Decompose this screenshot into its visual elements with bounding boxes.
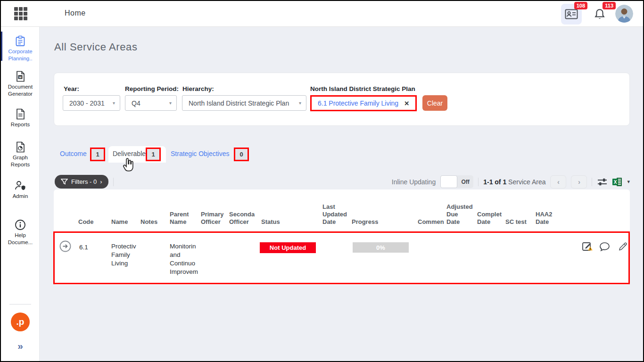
word-document-icon: w	[16, 71, 25, 82]
speech-bubble-icon	[599, 241, 611, 253]
reporting-period-select[interactable]: Q4 ▾	[125, 95, 177, 111]
cell-parent-name: Monitorin and Continuo Improvem	[170, 242, 198, 276]
col-adjusted-due-date: AdjustedDueDate	[446, 203, 473, 226]
contact-card-icon	[565, 9, 578, 19]
year-label: Year:	[64, 85, 79, 92]
col-completed-date: CompletDate	[477, 211, 503, 226]
year-select[interactable]: 2030 - 2031 ▾	[63, 95, 120, 111]
toggle-knob	[440, 175, 457, 188]
messages-count-badge: 108	[574, 2, 587, 9]
col-haa2-date: HAA2Date	[536, 211, 552, 226]
pagination-range: 1-1 of 1 Service Area	[483, 178, 545, 186]
tab-strategic-objectives-count: 0	[234, 148, 249, 161]
inline-updating-toggle[interactable]: Off	[440, 175, 473, 188]
svg-text:w: w	[18, 75, 22, 79]
column-settings-icon[interactable]	[597, 177, 608, 187]
hierarchy-select[interactable]: North Island District Strategic Plan ▾	[182, 95, 306, 111]
main-content: All Service Areas Year: Reporting Period…	[40, 27, 644, 362]
tab-deliverable[interactable]: Deliverable	[113, 150, 146, 157]
bell-icon	[594, 8, 605, 21]
info-icon	[15, 219, 26, 230]
sidebar-expand-button[interactable]: »	[1, 340, 40, 352]
table-row[interactable]: 6.1 Protectiv Family Living Monitorin an…	[54, 232, 630, 284]
sidebar-item-document-generator[interactable]: w Document Generator	[1, 71, 40, 98]
table-header: Code Name Notes ParentName PrimaryOffice…	[54, 189, 630, 232]
toolbar-divider	[592, 178, 592, 186]
col-parent-name: ParentName	[170, 211, 189, 226]
arrow-right-circle-icon	[59, 240, 71, 252]
page-title: All Service Areas	[54, 41, 138, 53]
next-page-button[interactable]: ›	[571, 175, 587, 189]
chip-close-icon[interactable]: ✕	[404, 100, 409, 107]
col-status: Status	[261, 218, 280, 226]
sidebar-item-corporate-planning[interactable]: Corporate Planning..	[1, 35, 40, 62]
toggle-state-label: Off	[457, 175, 473, 188]
graph-document-icon	[16, 141, 25, 153]
app-grid-icon[interactable]	[14, 7, 27, 20]
comment-button[interactable]	[599, 241, 611, 255]
notifications-button[interactable]: 113	[589, 4, 610, 25]
chevron-right-icon: ›	[100, 178, 102, 185]
tab-outcome-count: 1	[90, 148, 105, 161]
chevron-down-icon: ▾	[299, 100, 301, 106]
cell-code: 6.1	[79, 243, 88, 252]
col-last-updated-date: LastUpdatedDate	[322, 203, 347, 226]
cell-name: Protectiv Family Living	[111, 242, 140, 268]
filter-panel: Year: Reporting Period: Hierarchy: North…	[54, 73, 630, 126]
report-document-icon	[16, 108, 25, 120]
page-breadcrumb-title: Home	[65, 9, 86, 17]
service-area-table: Code Name Notes ParentName PrimaryOffice…	[54, 189, 630, 285]
row-expander-button[interactable]	[59, 240, 71, 254]
strategic-plan-label: North Island District Strategic Plan	[310, 85, 415, 92]
contact-card-button[interactable]: 108	[561, 4, 582, 25]
sidebar-item-admin[interactable]: Admin	[1, 180, 40, 200]
col-secondary-officer: SecondaOfficer	[229, 211, 255, 226]
clipboard-icon	[15, 35, 25, 47]
user-avatar[interactable]	[615, 5, 633, 23]
progress-bar: 0%	[353, 242, 409, 253]
col-primary-officer: PrimaryOfficer	[201, 211, 223, 226]
sidebar-item-graph-reports[interactable]: Graph Reports	[1, 141, 40, 168]
col-progress: Progress	[352, 218, 378, 226]
edit-pencil-button[interactable]	[618, 241, 628, 254]
tab-outcome[interactable]: Outcome	[60, 150, 87, 157]
chevron-down-icon: ▾	[169, 100, 172, 106]
toolbar-divider	[478, 178, 479, 186]
selected-plan-chip[interactable]: 6.1 Protective Family Living ✕	[310, 95, 417, 111]
app-window: Home 108 113	[0, 0, 644, 362]
status-badge: Not Updated	[260, 242, 316, 253]
sidebar: Corporate Planning.. w Document Generato…	[1, 27, 40, 362]
col-sc-test: SC test	[505, 218, 527, 226]
product-logo[interactable]: .p	[11, 313, 30, 331]
notifications-count-badge: 113	[603, 2, 616, 9]
prev-page-button[interactable]: ‹	[550, 175, 566, 189]
export-caret-icon[interactable]: ▾	[627, 179, 630, 185]
sidebar-item-reports[interactable]: Reports	[1, 108, 40, 128]
top-bar: Home 108 113	[1, 1, 643, 27]
funnel-icon	[61, 179, 68, 185]
excel-export-icon[interactable]: X	[612, 177, 622, 187]
clear-button[interactable]: Clear	[422, 95, 447, 111]
edit-with-warning-button[interactable]	[582, 240, 594, 255]
toolbar-divider	[113, 178, 114, 186]
tab-strategic-objectives[interactable]: Strategic Objectives	[171, 150, 230, 157]
hierarchy-label: Hierarchy:	[182, 85, 214, 92]
col-notes: Notes	[140, 218, 157, 226]
pencil-icon	[618, 241, 628, 252]
reporting-period-label: Reporting Period:	[125, 85, 179, 92]
col-code: Code	[78, 218, 94, 226]
chevron-down-icon: ▾	[113, 100, 115, 106]
svg-text:X: X	[614, 179, 617, 184]
col-comments: Commen	[418, 218, 444, 226]
sidebar-divider	[9, 304, 31, 304]
col-name: Name	[111, 218, 128, 226]
admin-user-shield-icon	[14, 180, 26, 191]
sidebar-item-help-documents[interactable]: Help Docume...	[1, 219, 40, 246]
inline-updating-label: Inline Updating	[392, 178, 436, 186]
filters-button[interactable]: Filters - 0 ›	[55, 175, 108, 189]
toolbar-right: Inline Updating Off 1-1 of 1 Service Are…	[392, 175, 630, 189]
tab-deliverable-count: 1	[146, 148, 161, 161]
hand-cursor-icon	[121, 157, 136, 176]
